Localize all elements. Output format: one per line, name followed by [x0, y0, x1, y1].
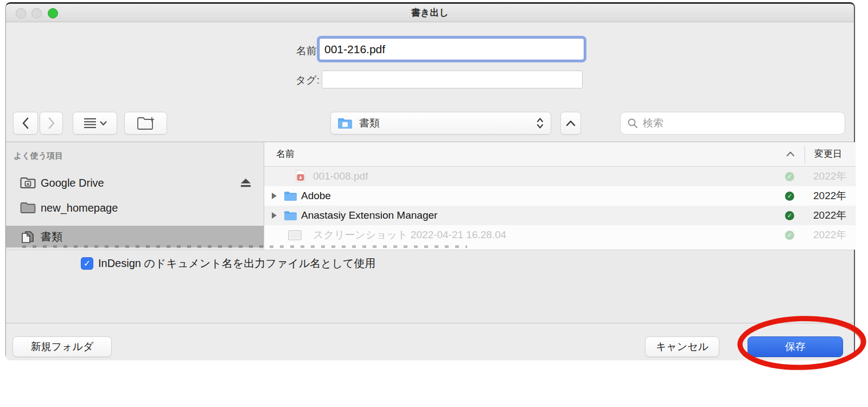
file-browser: よく使う項目 Google Drive — [6, 142, 854, 250]
image-file-icon — [288, 230, 302, 240]
use-document-name-checkbox[interactable] — [81, 257, 93, 270]
titlebar[interactable]: 書き出し — [6, 4, 854, 22]
sidebar-section-label: よく使う項目 — [14, 151, 63, 161]
file-list: 名前 変更日 001-008.pdf 2022年 — [264, 142, 856, 250]
search-icon — [627, 118, 638, 129]
forward-button[interactable] — [40, 112, 63, 135]
file-name: Anastasiy Extension Manager — [301, 206, 437, 225]
google-drive-folder-icon — [20, 177, 36, 189]
search-input[interactable]: 検索 — [620, 112, 845, 135]
sidebar-item-google-drive[interactable]: Google Drive — [6, 172, 264, 194]
sort-asc-icon — [786, 151, 795, 157]
sync-check-icon — [785, 211, 794, 220]
tags-input[interactable] — [322, 71, 583, 88]
new-folder-button[interactable]: 新規フォルダ — [12, 336, 112, 357]
sidebar-item-label: new_homepage — [41, 197, 118, 219]
file-name: スクリーンショット 2022-04-21 16.28.04 — [313, 225, 506, 245]
zoom-window-icon[interactable] — [48, 8, 58, 18]
location-value: 書類 — [359, 116, 529, 130]
sidebar-item-new-homepage[interactable]: new_homepage — [6, 197, 264, 219]
table-row[interactable]: Anastasiy Extension Manager 2022年 — [264, 206, 856, 225]
back-icon — [21, 117, 30, 130]
use-document-name-label: InDesign のドキュメント名を出力ファイル名として使用 — [98, 256, 376, 271]
folder-icon — [284, 191, 297, 201]
disclosure-triangle-icon[interactable] — [272, 193, 277, 199]
documents-stack-icon — [20, 231, 35, 244]
save-button[interactable]: 保存 — [748, 336, 843, 357]
options-panel: InDesign のドキュメント名を出力ファイル名として使用 — [6, 250, 854, 323]
back-button[interactable] — [13, 112, 38, 135]
file-date: 2022年 — [813, 225, 846, 245]
close-window-icon[interactable] — [16, 8, 26, 18]
file-date: 2022年 — [813, 206, 846, 225]
file-name: 001-008.pdf — [313, 167, 368, 186]
name-field-focus-ring: 001-216.pdf — [317, 36, 586, 62]
location-dropdown[interactable]: 書類 — [330, 112, 551, 135]
folder-icon — [284, 211, 297, 221]
file-date: 2022年 — [813, 186, 846, 206]
file-date: 2022年 — [813, 167, 846, 186]
export-save-dialog: 書き出し 名前: 001-216.pdf タグ: — [5, 2, 855, 359]
sync-check-icon — [785, 192, 794, 201]
sidebar-item-label: Google Drive — [41, 172, 104, 194]
minimize-window-icon[interactable] — [31, 8, 42, 18]
view-mode-button[interactable] — [73, 112, 117, 135]
folder-icon — [337, 118, 353, 129]
file-name: Adobe — [301, 186, 331, 206]
list-view-icon — [84, 117, 97, 129]
cancel-button[interactable]: キャンセル — [645, 336, 719, 357]
clipped-row-artifact — [22, 245, 467, 248]
tags-field-label: タグ: — [271, 73, 320, 87]
footer-bar: 新規フォルダ キャンセル 保存 — [6, 323, 854, 360]
chevron-down-icon — [100, 121, 107, 126]
sidebar-item-documents-selected[interactable]: 書類 — [6, 226, 264, 247]
sync-check-icon — [785, 231, 794, 240]
collapse-dialog-button[interactable] — [560, 112, 581, 135]
file-list-header[interactable]: 名前 変更日 — [264, 142, 856, 167]
search-placeholder: 検索 — [643, 116, 663, 130]
updown-chevrons-icon — [536, 117, 544, 130]
filename-input[interactable]: 001-216.pdf — [319, 38, 584, 60]
name-field-label: 名前: — [271, 44, 320, 58]
name-column-header[interactable]: 名前 — [276, 142, 295, 166]
eject-icon[interactable] — [240, 178, 252, 188]
folder-icon — [20, 202, 36, 214]
new-folder-icon — [137, 116, 155, 130]
sync-check-icon — [785, 172, 794, 181]
table-row[interactable]: スクリーンショット 2022-04-21 16.28.04 2022年 — [264, 225, 856, 245]
column-divider[interactable] — [805, 145, 805, 163]
pdf-file-icon — [296, 170, 305, 182]
forward-icon — [47, 117, 56, 130]
sidebar: よく使う項目 Google Drive — [6, 142, 264, 250]
table-row[interactable]: Adobe 2022年 — [264, 186, 856, 206]
date-modified-column-header[interactable]: 変更日 — [814, 142, 842, 166]
sidebar-item-label: 書類 — [41, 226, 62, 247]
caret-up-icon — [566, 120, 576, 126]
new-folder-toolbar-button[interactable] — [124, 112, 167, 135]
table-row[interactable]: 001-008.pdf 2022年 — [264, 167, 856, 186]
disclosure-triangle-icon[interactable] — [272, 212, 277, 219]
dialog-title: 書き出し — [6, 4, 854, 22]
